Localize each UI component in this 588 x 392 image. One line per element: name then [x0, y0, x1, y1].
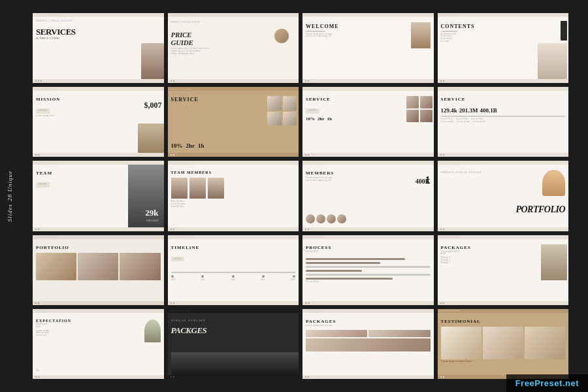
slide17-title: EXPECTATION [36, 319, 161, 323]
slide-20[interactable]: PRESENTATION NAME TESTIMONIAL "Lorem ips… [438, 309, 569, 379]
slide8-num-2: 201.3M [459, 107, 478, 114]
slide-7[interactable]: PRESENTATION NAME SERVICE STUDIO 10% 2hr… [302, 87, 434, 157]
slide1-subtitle: & PRICE GUIDE [36, 37, 161, 40]
slide-5[interactable]: PRESENTATION NAME MISSION STUDIO Lorem i… [33, 87, 164, 157]
slide20-photo-1 [441, 327, 482, 359]
slide14-title: Timeline [171, 245, 296, 250]
slide7-num-1: 10% [306, 116, 315, 122]
slide16-package-image [541, 244, 567, 280]
slide-9[interactable]: PRESENTATION NAME TEAM STUDIO 29k POPULA… [33, 161, 164, 231]
slide-11[interactable]: PRESENTATION NAME MEMBERS Lorem ipsum do… [302, 161, 434, 231]
slide6-stats: 10% 2hr 1h [171, 142, 204, 149]
slide18-label: VISUAL STYLIST [171, 319, 296, 322]
slide9-stat: 29k [145, 208, 158, 218]
slide11-avatar-1 [306, 214, 315, 223]
slide-19[interactable]: PRESENTATION NAME PACKAGES Lorem ipsum d… [302, 309, 434, 379]
side-label-line1: 28 Unique [7, 171, 13, 201]
slide10-title: TEAM MEMBERS [171, 171, 296, 174]
slide13-photo-3 [120, 253, 160, 280]
slide9-team-photo: 29k POPULATION [128, 165, 164, 231]
slide11-avatar-3 [327, 214, 336, 223]
slide5-title: MISSION [36, 97, 161, 102]
slide12-title: PORTFOLIO [515, 204, 565, 215]
slide-10[interactable]: PRESENTATION NAME TEAM MEMBERS Main Memb… [168, 161, 299, 231]
slide7-num-2: 2hr [318, 116, 325, 122]
slides-grid: SERVICE | VISUAL STYLIST SERVICE | VISUA… [0, 0, 588, 392]
main-container: 28 Unique Slides SERVICE | VISUAL STYLIS… [0, 0, 588, 392]
slide20-photo-2 [483, 327, 523, 359]
side-label-line2: Slides [7, 204, 13, 222]
slide10-member-2 [189, 178, 206, 199]
slide13-photo-1 [36, 253, 76, 280]
slide11-avatars [306, 214, 346, 223]
slide19-photo-grid [306, 330, 431, 359]
slide13-title: PORTFOLIO [36, 245, 161, 250]
slide15-process-bars [306, 258, 431, 280]
slide-1[interactable]: SERVICE | VISUAL STYLIST SERVICE | VISUA… [33, 13, 164, 83]
slide-4[interactable]: PRESENTATION NAME CONTENTS 01 Introducti… [438, 13, 569, 83]
slide15-title: PROCESS [306, 245, 431, 250]
slide8-num-1: 129.4k [441, 107, 457, 114]
slide19-title: PACKAGES [306, 319, 431, 324]
watermark-text: FreePreset.net [515, 378, 579, 388]
slide12-flower-image [542, 170, 565, 196]
slide3-portrait [411, 22, 431, 48]
slide4-black-bar [561, 21, 567, 41]
slide-13[interactable]: PRESENTATION NAME PORTFOLIO [33, 235, 164, 305]
slide17-plant-image [144, 319, 161, 342]
slide8-title: SERVICE [441, 97, 566, 102]
slide19-photo-2 [368, 330, 430, 338]
slide6-stat-3: 1h [198, 142, 204, 149]
slide7-num-3: 1h [327, 116, 332, 122]
slide2-circle-image [274, 29, 289, 43]
slide-3[interactable]: PRESENTATION NAME WELCOME Lorem ipsum do… [302, 13, 434, 83]
slide-8[interactable]: PRESENTATION NAME SERVICE 129.4k 201.3M … [438, 87, 569, 157]
slide1-label: SERVICE | VISUAL STYLIST [36, 20, 161, 22]
slide9-stat-label: POPULATION [146, 220, 159, 222]
watermark: FreePreset.net [506, 374, 588, 392]
slide14-timeline-bar [171, 272, 296, 273]
slide8-num-3: 400.1B [480, 107, 497, 114]
slide-12[interactable]: PRESENTATION NAME SERVICE | VISUAL STYLI… [438, 161, 569, 231]
slide20-photo-grid [441, 327, 566, 359]
slide6-stat-2: 2hr [186, 142, 195, 149]
slide1-person-image [141, 43, 164, 79]
slide18-dark-photo [171, 352, 299, 375]
slide6-stat-1: 10% [171, 142, 183, 149]
slide6-photo-grid [267, 96, 297, 125]
slide5-basket-image [138, 123, 164, 153]
slide4-title: CONTENTS [441, 24, 566, 29]
slide4-lamp-image [538, 43, 567, 79]
slide8-nums: 129.4k 201.3M 400.1B [441, 107, 566, 114]
slide18-title: PACKGES [171, 325, 296, 336]
side-label: 28 Unique Slides [7, 171, 13, 221]
slide10-member-1 [171, 178, 188, 199]
slide13-photo-2 [78, 253, 118, 280]
slide-14[interactable]: PRESENTATION NAME Timeline STUDIO 2020 [168, 235, 299, 305]
slide20-photo-3 [525, 327, 565, 359]
slide13-photo-grid [36, 253, 161, 280]
slide11-avatar-2 [316, 214, 325, 223]
slide5-price: $,007 [144, 101, 162, 110]
slide-17[interactable]: PRESENTATION NAME EXPECTATION Expectatio… [33, 309, 164, 379]
slide-2[interactable]: SERVICE | VISUAL STYLIST SERVICE | VISUA… [168, 13, 299, 83]
slide-18[interactable]: PRESENTATION NAME VISUAL STYLIST PACKGES [168, 309, 299, 379]
slide11-title: MEMBERS [306, 171, 431, 176]
slide19-photo-3 [306, 338, 431, 351]
slide-6[interactable]: PRESENTATION NAME SERVICE 10% 2hr 1h [168, 87, 299, 157]
slide-15[interactable]: PRESENTATION NAME PROCESS Pricing $10k P… [302, 235, 434, 305]
slide-16[interactable]: PRESENTATION NAME PACKAGES Lorem ipsum d… [438, 235, 569, 305]
slide10-member-photos [171, 178, 296, 199]
slide10-member-3 [208, 178, 224, 199]
slide1-title: SeRvICes [36, 27, 161, 37]
slide19-photo-1 [306, 330, 367, 338]
slide11-avatar-4 [337, 214, 346, 223]
slide20-title: TESTIMONIAL [441, 319, 566, 324]
slide14-timeline-dots [171, 275, 296, 278]
